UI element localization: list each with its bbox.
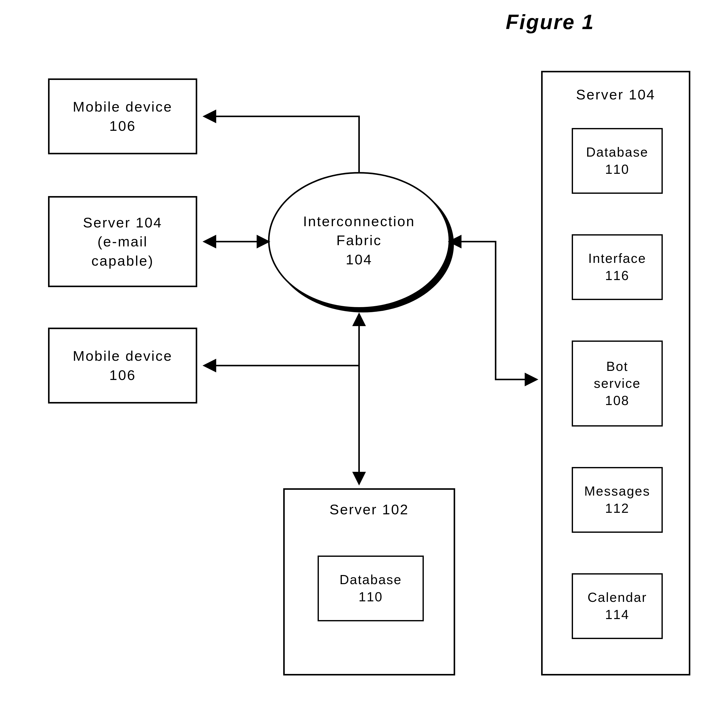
box-server-102: Server 102 Database 110 bbox=[283, 488, 455, 675]
label-bot-service-108: Bot service 108 bbox=[594, 358, 641, 409]
box-mobile-device-2: Mobile device 106 bbox=[48, 328, 197, 404]
box-server-email: Server 104 (e-mail capable) bbox=[48, 196, 197, 287]
box-bot-service-108: Bot service 108 bbox=[572, 340, 663, 427]
label-messages-112: Messages 112 bbox=[584, 483, 650, 517]
arrow-hub-to-mobile2 bbox=[205, 315, 359, 366]
label-database-110: Database 110 bbox=[586, 144, 648, 178]
box-calendar-114: Calendar 114 bbox=[572, 573, 663, 639]
label-server-102-database: Database 110 bbox=[340, 571, 402, 605]
arrow-hub-to-server104 bbox=[450, 242, 536, 380]
label-server-104-title: Server 104 bbox=[543, 85, 689, 104]
label-calendar-114: Calendar 114 bbox=[587, 589, 647, 623]
figure-title: Figure 1 bbox=[506, 10, 595, 34]
box-messages-112: Messages 112 bbox=[572, 467, 663, 533]
label-interface-116: Interface 116 bbox=[588, 250, 646, 284]
hub-interconnection-fabric: Interconnection Fabric 104 bbox=[268, 172, 450, 309]
box-server-102-database: Database 110 bbox=[318, 556, 424, 621]
diagram-stage: Figure 1 Mobile device 106 Server 104 (e… bbox=[0, 0, 728, 721]
box-database-110: Database 110 bbox=[572, 128, 663, 194]
label-server-102-title: Server 102 bbox=[285, 500, 454, 519]
box-interface-116: Interface 116 bbox=[572, 234, 663, 300]
arrow-hub-to-mobile1 bbox=[205, 116, 359, 172]
box-server-104: Server 104 Database 110 Interface 116 Bo… bbox=[541, 71, 690, 675]
label-server-email: Server 104 (e-mail capable) bbox=[83, 213, 162, 271]
label-hub: Interconnection Fabric 104 bbox=[303, 212, 415, 269]
box-mobile-device-1: Mobile device 106 bbox=[48, 78, 197, 154]
label-mobile-device-1: Mobile device 106 bbox=[73, 97, 173, 135]
label-mobile-device-2: Mobile device 106 bbox=[73, 346, 173, 384]
